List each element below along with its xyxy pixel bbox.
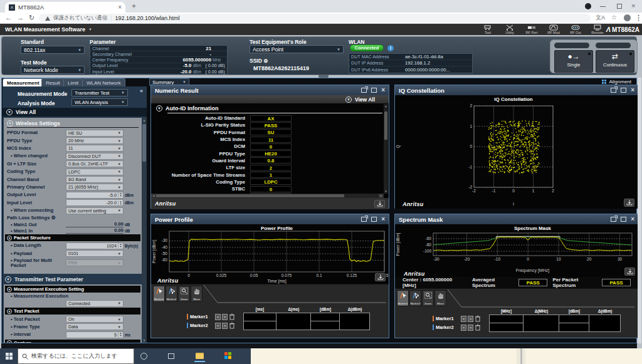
marker-right-button[interactable]: > [468,316,473,322]
single-button[interactable]: ●→ Single [554,50,593,73]
rf-out-button[interactable]: RF Out [567,24,584,34]
horizontal-scrollbar[interactable]: ◄► [151,194,384,198]
taskbar-search-input[interactable]: 検索するには、ここに入力します [18,348,134,364]
test-packet-select[interactable]: On▼ [66,316,124,323]
browser-status-dot-icon[interactable] [585,3,591,9]
trash-icon[interactable] [229,313,235,320]
measurement-mode-select[interactable]: Transmitter Test▼ [71,89,128,96]
download-button[interactable] [374,200,385,208]
info-badge-icon[interactable]: i [387,45,394,51]
download-button[interactable] [375,273,386,281]
forward-icon[interactable]: → [17,14,24,21]
payload-multi-select[interactable]: PN9▼ [66,259,124,266]
marker-left-button[interactable]: < [461,325,466,331]
popout-icon[interactable] [611,88,616,93]
marker-left-button[interactable]: < [215,314,221,320]
tab-wlan-network[interactable]: WLAN Network [82,78,125,86]
rf-port-button[interactable]: RF Port [524,24,540,34]
task-view-icon[interactable] [168,353,174,359]
close-icon[interactable]: × [631,88,634,93]
test-mode-select[interactable]: Network Mode▼ [21,66,85,74]
download-button[interactable] [624,268,635,276]
trash-icon[interactable] [229,322,235,329]
browser-tab[interactable]: Λ MT8862A × [5,2,125,13]
file-explorer-icon[interactable] [196,353,204,359]
sidebar-collapse-button[interactable]: « [140,88,143,94]
primary-channel-select[interactable]: 21 (6055 MHz)▼ [66,184,124,190]
not-secure-warning-icon[interactable] [45,16,50,21]
output-level-stepper[interactable]: -5.0▲▼ [66,192,124,199]
zoom-tool-button[interactable]: Zoom [422,290,434,306]
new-tab-button[interactable]: + [132,2,136,11]
when-connecting-select[interactable]: Use current setting▼ [66,207,124,214]
when-changed-select[interactable]: Disconnect DUT▼ [66,153,124,160]
marker-right-button[interactable]: > [222,314,228,320]
back-icon[interactable]: ← [5,14,12,21]
maximize-icon[interactable] [371,88,377,93]
gear-icon[interactable]: ⚙ [51,215,55,221]
address-field[interactable]: 保護されていない通信 | 192.168.20.100/wlan.html [39,14,591,23]
marker1-tool-button[interactable]: Marker1 [397,290,409,306]
standard-select[interactable]: 802.11ax▼ [21,46,85,54]
window-close-icon[interactable]: × [631,2,635,9]
tab-limit[interactable]: Limit [63,78,83,86]
ppdu-type-select[interactable]: 20 MHz▼ [66,137,124,144]
microsoft-store-icon[interactable] [224,352,232,360]
window-minimize-icon[interactable] [600,6,606,7]
divider[interactable] [520,348,522,364]
reload-icon[interactable]: ↻ [29,14,34,22]
view-all-header[interactable]: ▼ View All [3,108,147,117]
sidebar-scrollbar-thumb[interactable] [142,124,146,162]
tx-test-parameter-header[interactable]: ▼ Transmitter Test Parameter [5,276,83,283]
wireless-settings-title[interactable]: ▼ Wireless Settings [7,119,139,127]
popout-icon[interactable] [361,88,367,93]
marker-right-button[interactable]: > [468,325,473,331]
utility-button[interactable]: Utility [502,24,518,34]
profile-avatar[interactable] [624,14,631,21]
scrollbar-thumb[interactable] [384,112,387,140]
tab-result[interactable]: Result [41,78,65,86]
main1-in-value[interactable]: 0.00 [66,227,124,234]
close-icon[interactable]: × [381,88,385,93]
data-length-stepper[interactable]: 1024▲▼ [66,242,124,249]
marker2-tool-button[interactable]: Marker2 [166,286,177,302]
main1-out-value[interactable]: 0.00 [66,221,124,227]
test-packet-header[interactable]: ▼Test Packet [5,308,140,315]
mcs-index-select[interactable]: 11▼ [66,145,124,152]
translate-icon[interactable]: 文A [596,14,605,22]
role-select[interactable]: Access Point▼ [250,45,344,53]
numeric-result-titlebar[interactable]: Numeric Result × [151,85,389,95]
analysis-mode-select[interactable]: WLAN Analysis▼ [71,98,128,106]
channel-band-select[interactable]: 6G Band▼ [66,176,124,183]
popout-icon[interactable] [361,217,367,222]
tab-close-icon[interactable]: × [118,4,122,11]
rf-mod-button[interactable]: RF Mod [545,24,562,34]
alignment-button[interactable]: Alignment [602,79,631,85]
coding-type-select[interactable]: LDPC▼ [66,169,124,175]
auto-id-section-header[interactable]: ▼ Auto-ID Information [151,103,389,113]
move-tool-button[interactable]: Move [191,286,203,302]
interval-stepper[interactable]: 5▲▼ [66,331,124,338]
capture-header[interactable]: ▼Capture [5,340,140,343]
download-button[interactable] [624,199,634,207]
ppdu-format-select[interactable]: HE SU▼ [66,130,124,137]
bookmark-star-icon[interactable]: ☆ [611,14,617,21]
packet-structure-header[interactable]: ▼Packet Structure [5,234,140,241]
input-level-stepper[interactable]: -20.0▲▼ [66,199,124,206]
cortana-icon[interactable] [140,353,147,360]
window-restore-icon[interactable] [617,4,622,9]
marker-left-button[interactable]: < [461,316,466,322]
marker2-tool-button[interactable]: Marker2 [409,290,421,306]
maximize-icon[interactable] [621,88,626,93]
maximize-icon[interactable] [371,217,377,222]
iq-constellation-titlebar[interactable]: IQ Constellation × [395,85,638,95]
close-icon[interactable]: × [631,217,634,222]
windows-start-icon[interactable] [6,353,13,360]
numeric-view-all-bar[interactable]: ▼ View All [151,95,389,103]
marker-left-button[interactable]: < [215,323,221,329]
close-icon[interactable]: × [381,217,385,222]
maximize-icon[interactable] [621,217,626,222]
zoom-tool-button[interactable]: Zoom [178,286,190,302]
gear-icon[interactable]: ⚙ [263,58,268,64]
trash-icon[interactable] [475,324,481,331]
